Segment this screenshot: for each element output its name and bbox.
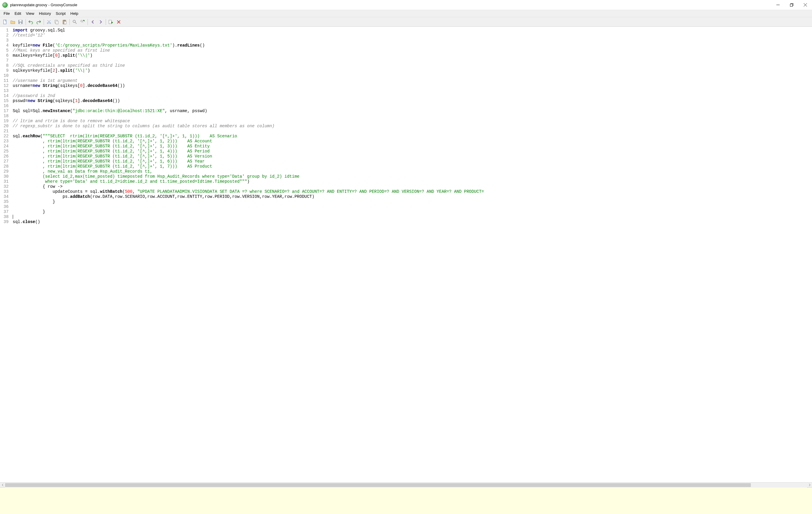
- history-next-button[interactable]: [97, 19, 104, 25]
- svg-point-6: [50, 23, 51, 24]
- new-file-button[interactable]: [2, 19, 8, 25]
- code-line[interactable]: }: [13, 209, 484, 214]
- code-line[interactable]: ps.addBatch(row.DATA,row.SCENARIO,row.AC…: [13, 194, 484, 199]
- line-number: 39: [4, 219, 9, 224]
- code-line[interactable]: , rtrim(ltrim(REGEXP_SUBSTR (t1.id_2, '[…: [13, 149, 484, 154]
- svg-rect-10: [63, 20, 65, 21]
- code-line[interactable]: [13, 58, 484, 63]
- redo-button[interactable]: [35, 19, 42, 25]
- code-line[interactable]: updateCounts = sql.withBatch(500, "UPDAT…: [13, 189, 484, 194]
- undo-button[interactable]: [28, 19, 34, 25]
- code-editor[interactable]: 1234567891011121314151617181920212223242…: [0, 27, 812, 482]
- line-number: 34: [4, 194, 9, 199]
- code-line[interactable]: where type='Data' and t1.id_2=idtime.id_…: [13, 179, 484, 184]
- toolbar-separator: [88, 19, 88, 25]
- code-line[interactable]: sql.close(): [13, 219, 484, 224]
- line-number: 15: [4, 98, 9, 103]
- code-line[interactable]: { row ->: [13, 184, 484, 189]
- code-line[interactable]: // regexp_substr is done to split the st…: [13, 124, 484, 129]
- line-number: 23: [4, 139, 9, 144]
- scroll-right-arrow[interactable]: [807, 483, 812, 488]
- copy-button[interactable]: [53, 19, 60, 25]
- menu-script[interactable]: Script: [53, 10, 68, 17]
- find-button[interactable]: [71, 19, 78, 25]
- svg-rect-14: [109, 20, 112, 24]
- code-line[interactable]: , rtrim(ltrim(REGEXP_SUBSTR (t1.id_2, '[…: [13, 139, 484, 144]
- stop-script-button[interactable]: [115, 19, 122, 25]
- line-number: 26: [4, 154, 9, 159]
- horizontal-scrollbar[interactable]: [0, 482, 812, 487]
- chevron-right-icon: [808, 484, 811, 486]
- code-line[interactable]: [13, 114, 484, 119]
- maximize-button[interactable]: [785, 0, 799, 10]
- code-line[interactable]: (select id_2,max(time_posted) timeposted…: [13, 174, 484, 179]
- code-line[interactable]: , rtrim(ltrim(REGEXP_SUBSTR (t1.id_2, '[…: [13, 144, 484, 149]
- code-line[interactable]: [13, 103, 484, 109]
- code-line[interactable]: , rtrim(ltrim(REGEXP_SUBSTR (t1.id_2, '[…: [13, 154, 484, 159]
- code-line[interactable]: usrname=new String(sqlkeys[0].decodeBase…: [13, 83, 484, 88]
- code-line[interactable]: sql.eachRow("""SELECT rtrim(ltrim(REGEXP…: [13, 134, 484, 139]
- code-line[interactable]: Sql sql=Sql.newInstance("jdbc:oracle:thi…: [13, 109, 484, 114]
- code-line[interactable]: [13, 129, 484, 134]
- line-number: 21: [4, 129, 9, 134]
- code-line[interactable]: //MaxL keys are specified as first line: [13, 48, 484, 53]
- run-script-button[interactable]: [108, 19, 114, 25]
- svg-rect-8: [56, 21, 58, 24]
- app-icon: [2, 2, 8, 8]
- svg-rect-1: [4, 20, 6, 24]
- line-number: 29: [4, 169, 9, 174]
- code-area[interactable]: import groovy.sql.Sql//textid='12'keyfil…: [10, 27, 487, 482]
- code-line[interactable]: keyfile=new File('C:/groovy_scripts/Prop…: [13, 43, 484, 48]
- open-file-button[interactable]: [9, 19, 16, 25]
- output-pane[interactable]: [0, 487, 812, 514]
- line-number: 12: [4, 83, 9, 88]
- line-number: 28: [4, 164, 9, 169]
- line-number: 22: [4, 134, 9, 139]
- line-number: 32: [4, 184, 9, 189]
- code-line[interactable]: [13, 73, 484, 78]
- code-line[interactable]: //textid='12': [13, 33, 484, 38]
- code-line[interactable]: //password is 2nd: [13, 93, 484, 98]
- menu-help[interactable]: Help: [68, 10, 81, 17]
- line-number: 3: [4, 38, 9, 43]
- undo-icon: [28, 20, 33, 24]
- code-line[interactable]: // ltrim and rtrim is done to remove whi…: [13, 119, 484, 124]
- code-line[interactable]: import groovy.sql.Sql: [13, 28, 484, 33]
- line-number: 24: [4, 144, 9, 149]
- code-line[interactable]: psswd=new String(sqlkeys[1].decodeBase64…: [13, 98, 484, 103]
- code-line[interactable]: [13, 38, 484, 43]
- save-button[interactable]: [17, 19, 24, 25]
- scrollbar-track[interactable]: [5, 483, 807, 488]
- code-line[interactable]: [13, 214, 484, 219]
- cut-button[interactable]: [46, 19, 52, 25]
- code-line[interactable]: [13, 204, 484, 209]
- replace-button[interactable]: [79, 19, 86, 25]
- code-line[interactable]: //SQL credentials are specified as third…: [13, 63, 484, 68]
- scrollbar-thumb[interactable]: [5, 483, 751, 487]
- paste-button[interactable]: [61, 19, 68, 25]
- code-line[interactable]: [13, 88, 484, 93]
- line-number: 6: [4, 53, 9, 58]
- scroll-left-arrow[interactable]: [0, 483, 5, 488]
- code-line[interactable]: //username is 1st argument: [13, 78, 484, 83]
- code-line[interactable]: , rtrim(ltrim(REGEXP_SUBSTR (t1.id_2, '[…: [13, 159, 484, 164]
- line-number: 31: [4, 179, 9, 184]
- menu-file[interactable]: File: [1, 10, 12, 17]
- svg-point-12: [73, 20, 76, 23]
- code-line[interactable]: , new_val as Data from Hsp_Audit_Records…: [13, 169, 484, 174]
- code-line[interactable]: maxlkeys=keyfile[0].split('\\|'): [13, 53, 484, 58]
- open-file-icon: [10, 20, 15, 24]
- line-number: 1: [4, 28, 9, 33]
- minimize-button[interactable]: [771, 0, 785, 10]
- menu-edit[interactable]: Edit: [12, 10, 24, 17]
- line-number: 18: [4, 114, 9, 119]
- code-line[interactable]: sqlkeys=keyfile[2].split('\\|'): [13, 68, 484, 73]
- titlebar: planrevupdate.groovy - GroovyConsole: [0, 0, 812, 10]
- code-line[interactable]: }: [13, 199, 484, 204]
- close-button[interactable]: [799, 0, 812, 10]
- line-number: 11: [4, 78, 9, 83]
- menu-view[interactable]: View: [24, 10, 36, 17]
- history-prev-button[interactable]: [90, 19, 96, 25]
- menu-history[interactable]: History: [36, 10, 53, 17]
- code-line[interactable]: , rtrim(ltrim(REGEXP_SUBSTR (t1.id_2, '[…: [13, 164, 484, 169]
